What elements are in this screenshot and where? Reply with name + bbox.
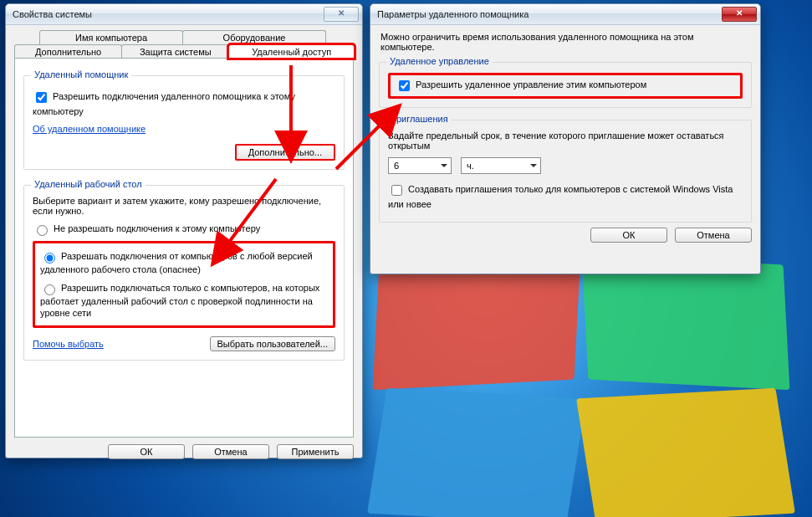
rdp-option-none-row[interactable]: Не разрешать подключения к этому компьют…: [33, 223, 335, 236]
allow-remote-assistant-checkbox[interactable]: [36, 92, 47, 103]
group-remote-assistant-legend: Удаленный помощник: [31, 69, 131, 79]
rdp-option-any-row[interactable]: Разрешать подключения от компьютеров с л…: [40, 250, 328, 275]
rdp-option-none-label: Не разрешать подключения к этому компьют…: [54, 223, 260, 233]
advanced-button[interactable]: Дополнительно...: [235, 144, 335, 161]
remote-assistant-settings-window: Параметры удаленного помощника ✕ Можно о…: [370, 3, 761, 274]
allow-remote-control-label: Разрешить удаленное управление этим комп…: [416, 79, 646, 90]
close-icon[interactable]: ✕: [324, 7, 359, 22]
rdp-option-any-radio[interactable]: [44, 253, 55, 264]
tab-advanced[interactable]: Дополнительно: [14, 44, 122, 59]
tab-computer-name[interactable]: Имя компьютера: [39, 30, 183, 44]
help-choose-link[interactable]: Помочь выбрать: [33, 339, 104, 349]
group-remote-control-legend: Удаленное управление: [386, 56, 493, 66]
tab-hardware[interactable]: Оборудование: [182, 30, 326, 44]
system-properties-titlebar[interactable]: Свойства системы ✕: [6, 4, 362, 25]
remote-assistant-settings-title: Параметры удаленного помощника: [377, 9, 722, 19]
rdp-option-nla-radio[interactable]: [44, 284, 55, 295]
system-properties-window: Свойства системы ✕ Имя компьютера Оборуд…: [5, 3, 363, 458]
allow-remote-control-highlight: Разрешить удаленное управление этим комп…: [388, 73, 743, 99]
ok-button[interactable]: ОК: [108, 444, 185, 459]
invitation-duration-number[interactable]: 6: [388, 157, 452, 174]
tab-system-protection[interactable]: Защита системы: [121, 44, 229, 59]
rdp-instruction-text: Выберите вариант и затем укажите, кому р…: [33, 196, 335, 216]
group-remote-control: Удаленное управление Разрешить удаленное…: [379, 62, 752, 108]
system-properties-title: Свойства системы: [13, 9, 324, 19]
apply-button[interactable]: Применить: [277, 444, 354, 459]
group-invitations-legend: Приглашения: [386, 114, 452, 124]
rdp-option-none-radio[interactable]: [37, 225, 48, 236]
close-icon[interactable]: ✕: [722, 7, 757, 22]
ok-button[interactable]: ОК: [590, 228, 667, 243]
vista-only-checkbox[interactable]: [391, 185, 402, 196]
select-users-button[interactable]: Выбрать пользователей...: [210, 336, 336, 351]
invitation-duration-unit[interactable]: ч.: [461, 157, 541, 174]
allow-remote-assistant-label: Разрешить подключения удаленного помощни…: [33, 91, 295, 116]
vista-only-label: Создавать приглашения только для компьют…: [388, 184, 733, 209]
rdp-options-highlighted: Разрешать подключения от компьютеров с л…: [33, 241, 335, 328]
group-remote-desktop-legend: Удаленный рабочий стол: [31, 179, 146, 189]
allow-remote-control-row[interactable]: Разрешить удаленное управление этим комп…: [396, 78, 735, 94]
allow-remote-control-checkbox[interactable]: [399, 80, 410, 91]
invitation-instruction-text: Задайте предельный срок, в течение котор…: [388, 131, 743, 151]
remote-assistant-settings-titlebar[interactable]: Параметры удаленного помощника ✕: [370, 4, 760, 25]
rdp-option-any-label: Разрешать подключения от компьютеров с л…: [40, 251, 313, 274]
group-remote-desktop: Удаленный рабочий стол Выберите вариант …: [23, 185, 345, 361]
vista-only-row[interactable]: Создавать приглашения только для компьют…: [388, 182, 743, 210]
group-invitations: Приглашения Задайте предельный срок, в т…: [379, 120, 752, 223]
desktop-background: Свойства системы ✕ Имя компьютера Оборуд…: [0, 0, 812, 517]
about-remote-assistant-link[interactable]: Об удаленном помощнике: [33, 124, 146, 134]
allow-remote-assistant-row[interactable]: Разрешить подключения удаленного помощни…: [33, 90, 335, 117]
tab-remote-access[interactable]: Удаленный доступ: [228, 44, 355, 59]
intro-text: Можно ограничить время использования уда…: [380, 32, 750, 52]
windows-logo-decoration: [360, 259, 794, 510]
cancel-button[interactable]: Отмена: [192, 444, 269, 459]
group-remote-assistant: Удаленный помощник Разрешить подключения…: [23, 75, 345, 170]
rdp-option-nla-label: Разрешить подключаться только с компьюте…: [40, 283, 319, 318]
cancel-button[interactable]: Отмена: [675, 228, 752, 243]
rdp-option-nla-row[interactable]: Разрешить подключаться только с компьюте…: [40, 282, 328, 319]
